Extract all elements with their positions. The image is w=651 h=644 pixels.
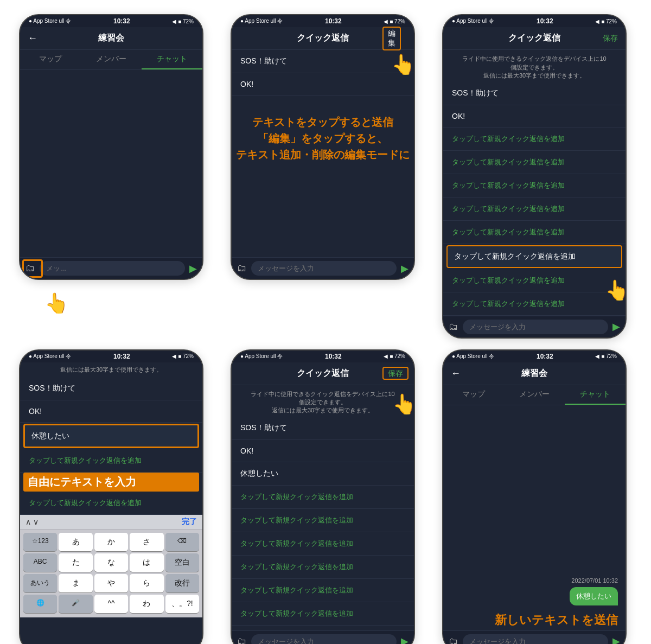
tab-map-br[interactable]: マップ (443, 385, 504, 405)
cell-top-middle: ● App Store ull 令 10:32 ◀ ■ 72% クイック返信 編… (217, 5, 429, 343)
phone-top-left: ● App Store ull 令 10:32 ◀ ■ 72% ← 練習会 マッ… (19, 14, 203, 280)
editing-item-bl[interactable]: 休憩したい (31, 431, 69, 440)
key-space[interactable]: 空白 (165, 553, 199, 572)
key-aiueo[interactable]: あいう (23, 574, 57, 592)
quick-add-bm-6[interactable]: タップして新規クイック返信を追加 (232, 602, 414, 626)
quick-add-bm-4[interactable]: タップして新規クイック返信を追加 (232, 556, 414, 579)
status-bar-bl: ● App Store ull 令 10:32 ◀ ■ 72% (20, 350, 202, 362)
key-punct[interactable]: 、。?! (165, 595, 199, 613)
edit-button-tm[interactable]: 編集 (382, 27, 401, 50)
desc3-tr: 返信には最大30字まで使用できます。 (451, 72, 618, 80)
key-na[interactable]: な (94, 553, 128, 572)
send-icon-tm[interactable]: ▶ (401, 263, 409, 275)
tab-chat-tl[interactable]: チャット (142, 50, 202, 69)
tab-chat-br[interactable]: チャット (565, 385, 626, 405)
chat-input-tl[interactable] (40, 261, 185, 276)
done-btn-bl[interactable]: 完了 (182, 517, 197, 527)
quick-add-2-tr[interactable]: タップして新規クイック返信を追加 (443, 151, 626, 174)
phone-top-right: ● App Store ull 令 10:32 ◀ ■ 72% クイック返信 保… (442, 14, 627, 339)
new-text-annotation-br: 新しいテキストを送信 (443, 610, 626, 630)
folder-icon-br[interactable]: 🗂 (449, 636, 458, 645)
key-enter[interactable]: 改行 (165, 574, 199, 592)
key-sa[interactable]: さ (130, 533, 163, 551)
quick-ok-tr[interactable]: OK! (443, 105, 626, 127)
status-bar-tl: ● App Store ull 令 10:32 ◀ ■ 72% (20, 15, 202, 27)
send-icon-tl[interactable]: ▶ (189, 263, 197, 275)
quick-sos-bl[interactable]: SOS！助けて (20, 377, 202, 400)
save-button-tr[interactable]: 保存 (603, 34, 618, 43)
input-bar-tl: 🗂 ▶ (20, 257, 202, 279)
send-icon-tr[interactable]: ▶ (612, 321, 620, 333)
input-bar-tm: 🗂 ▶ (232, 257, 414, 279)
key-ha[interactable]: は (130, 553, 163, 572)
chat-bubble-br: 休憩したい (570, 587, 618, 605)
key-mic[interactable]: 🎤 (59, 595, 92, 613)
arrow-up-bl[interactable]: ∧ (25, 518, 31, 526)
key-small[interactable]: ^^ (94, 595, 128, 613)
send-icon-br[interactable]: ▶ (612, 635, 620, 644)
nav-bar-bm: クイック返信 保存 (232, 362, 414, 385)
folder-icon-tm[interactable]: 🗂 (237, 263, 247, 274)
chat-input-bm[interactable] (251, 634, 397, 645)
chat-input-tr[interactable] (463, 320, 608, 334)
quick-add-4-tr[interactable]: タップして新規クイック返信を追加 (443, 197, 626, 221)
quick-sos-tr[interactable]: SOS！助けて (443, 82, 626, 105)
nav-arrows-bl[interactable]: ∧ ∨ (25, 518, 39, 526)
nav-bar-br: ← 練習会 (443, 362, 626, 385)
quick-add-7-tr[interactable]: タップして新規クイック返信を追加 (443, 292, 626, 316)
quick-add-1-tr[interactable]: タップして新規クイック返信を追加 (443, 127, 626, 151)
status-bar-tr: ● App Store ull 令 10:32 ◀ ■ 72% (443, 15, 626, 27)
keyboard-toolbar-bl: ∧ ∨ 完了 (20, 515, 202, 530)
carrier-br: ● App Store ull 令 (452, 353, 494, 360)
tab-map-tl[interactable]: マップ (20, 50, 81, 69)
save-button-bm[interactable]: 保存 (382, 367, 409, 380)
key-ta[interactable]: た (59, 553, 92, 572)
tab-member-tl[interactable]: メンバー (81, 50, 142, 69)
quick-highlighted-tr[interactable]: タップして新規クイック返信を追加 (446, 245, 622, 268)
folder-icon-bm[interactable]: 🗂 (237, 636, 247, 645)
quick-add-5-tr[interactable]: タップして新規クイック返信を追加 (443, 221, 626, 244)
quick-add-bm-1[interactable]: タップして新規クイック返信を追加 (232, 486, 414, 509)
back-btn-br[interactable]: ← (451, 368, 461, 379)
quick-ok-bm[interactable]: OK! (232, 440, 414, 462)
quick-ok-bl[interactable]: OK! (20, 400, 202, 423)
carrier-bl: ● App Store ull 令 (29, 353, 71, 360)
key-a[interactable]: あ (59, 533, 92, 551)
hand-cursor-bm-top: 👆 (392, 393, 417, 416)
key-ya[interactable]: や (94, 574, 128, 592)
chat-date-br: 2022/07/01 10:32 (571, 577, 618, 584)
key-ra[interactable]: ら (130, 574, 163, 592)
key-ka[interactable]: か (94, 533, 128, 551)
chat-input-br[interactable] (463, 634, 608, 645)
folder-icon-tr[interactable]: 🗂 (449, 321, 458, 333)
key-ma[interactable]: ま (59, 574, 92, 592)
quick-add-bm-5[interactable]: タップして新規クイック返信を追加 (232, 579, 414, 602)
hand-cursor-tm-top: 👆 (391, 53, 416, 76)
send-icon-bm[interactable]: ▶ (401, 635, 409, 644)
quick-add-bm-2[interactable]: タップして新規クイック返信を追加 (232, 509, 414, 532)
key-abc[interactable]: ABC (23, 553, 57, 572)
key-star123[interactable]: ☆123 (23, 533, 57, 551)
back-arrow[interactable]: ← (28, 33, 37, 44)
quick-item-sos-tm[interactable]: SOS！助けて (232, 50, 414, 73)
quick-add-bl-1[interactable]: タップして新規クイック返信を追加 (20, 449, 202, 473)
quick-add-3-tr[interactable]: タップして新規クイック返信を追加 (443, 174, 626, 197)
arrow-down-bl[interactable]: ∨ (33, 518, 39, 526)
key-del[interactable]: ⌫ (165, 533, 199, 551)
quick-item-ok-tm[interactable]: OK! (232, 73, 414, 95)
folder-icon-tl[interactable]: 🗂 (25, 263, 35, 273)
quick-add-bl-2[interactable]: タップして新規クイック返信を追加 (20, 492, 202, 515)
quick-add-bm-3[interactable]: タップして新規クイック返信を追加 (232, 532, 414, 556)
tab-member-br[interactable]: メンバー (504, 385, 565, 405)
chat-input-tm[interactable] (251, 261, 397, 276)
quick-add-6-tr[interactable]: タップして新規クイック返信を追加 (443, 269, 626, 292)
time-bl: 10:32 (113, 353, 130, 360)
battery-tr: ◀ ■ 72% (595, 18, 617, 24)
quick-sos-bm[interactable]: SOS！助けて (232, 417, 414, 440)
cell-top-right: ● App Store ull 令 10:32 ◀ ■ 72% クイック返信 保… (429, 5, 640, 343)
time-bm: 10:32 (325, 353, 342, 360)
key-globe[interactable]: 🌐 (23, 595, 57, 613)
quick-rest-bm[interactable]: 休憩したい (232, 462, 414, 486)
key-wa[interactable]: わ (130, 595, 163, 613)
status-bar-bm: ● App Store ull 令 10:32 ◀ ■ 72% (232, 350, 414, 362)
